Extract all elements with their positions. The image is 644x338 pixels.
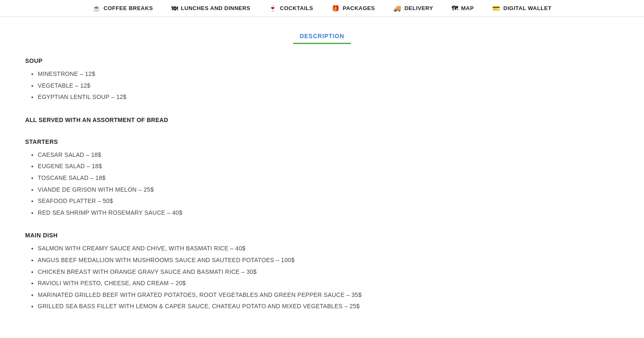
menu-item: MARINATED GRILLED BEEF WITH GRATED POTAT… (38, 291, 619, 299)
menu-item: RED SEA SHRIMP WITH ROSEMARY SAUCE – 40$ (38, 209, 619, 217)
lunches-dinners-icon: 🍽 (171, 5, 178, 12)
menu-item: SALMON WITH CREAMY SAUCE AND CHIVE, WITH… (38, 244, 619, 253)
section-title-soup: SOUP (25, 57, 619, 64)
menu-item: VEGETABLE – 12$ (38, 82, 619, 90)
tab-description[interactable]: DESCRIPTION (293, 29, 351, 44)
nav-item-delivery[interactable]: 🚚DELIVERY (384, 0, 442, 16)
map-label: MAP (461, 5, 474, 11)
section-soup: SOUPMINESTRONE – 12$VEGETABLE – 12$EGYPT… (25, 57, 619, 101)
section-title-starters: STARTERS (25, 138, 619, 145)
digital-wallet-label: DIGITAL WALLET (504, 5, 552, 11)
menu-item: TOSCANE SALAD – 18$ (38, 174, 619, 182)
menu-item: EGYPTIAN LENTIL SOUP – 12$ (38, 93, 619, 101)
menu-list-soup: MINESTRONE – 12$VEGETABLE – 12$EGYPTIAN … (25, 70, 619, 101)
cocktails-label: COCKTAILS (280, 5, 313, 11)
menu-item: CAESAR SALAD – 18$ (38, 151, 619, 159)
nav-item-lunches-dinners[interactable]: 🍽LUNCHES AND DINNERS (162, 0, 260, 16)
delivery-label: DELIVERY (405, 5, 434, 11)
delivery-icon: 🚚 (393, 5, 402, 12)
main-content: DESCRIPTION SOUPMINESTRONE – 12$VEGETABL… (0, 17, 644, 338)
nav-item-cocktails[interactable]: 🍷COCKTAILS (260, 0, 322, 16)
section-title-main-dish: MAIN DISH (25, 232, 619, 239)
lunches-dinners-label: LUNCHES AND DINNERS (181, 5, 250, 11)
bread-note: ALL SERVED WITH AN ASSORTMENT OF BREAD (25, 117, 619, 123)
section-main-dish: MAIN DISHSALMON WITH CREAMY SAUCE AND CH… (25, 232, 619, 311)
menu-item: ANGUS BEEF MEDALLION WITH MUSHROOMS SAUC… (38, 256, 619, 265)
nav-item-packages[interactable]: 🎁PACKAGES (322, 0, 384, 16)
packages-label: PACKAGES (343, 5, 375, 11)
digital-wallet-icon: 💳 (492, 5, 501, 12)
cocktails-icon: 🍷 (269, 5, 277, 12)
nav-item-map[interactable]: 🗺MAP (442, 0, 483, 16)
menu-item: MINESTRONE – 12$ (38, 70, 619, 78)
menu-container: SOUPMINESTRONE – 12$VEGETABLE – 12$EGYPT… (25, 57, 619, 311)
nav-item-digital-wallet[interactable]: 💳DIGITAL WALLET (483, 0, 561, 16)
tab-bar: DESCRIPTION (25, 29, 619, 44)
coffee-breaks-icon: ☕ (93, 5, 101, 12)
top-navigation: ☕COFFEE BREAKS🍽LUNCHES AND DINNERS🍷COCKT… (0, 0, 644, 17)
menu-item: CHICKEN BREAST WITH ORANGE GRAVY SAUCE A… (38, 268, 619, 276)
section-starters: STARTERSCAESAR SALAD – 18$EUGENE SALAD –… (25, 138, 619, 217)
menu-list-main-dish: SALMON WITH CREAMY SAUCE AND CHIVE, WITH… (25, 244, 619, 311)
nav-item-coffee-breaks[interactable]: ☕COFFEE BREAKS (83, 0, 162, 16)
menu-item: GRILLED SEA BASS FILLET WITH LEMON & CAP… (38, 302, 619, 311)
map-icon: 🗺 (452, 5, 458, 12)
coffee-breaks-label: COFFEE BREAKS (104, 5, 153, 11)
menu-item: SEAFOOD PLATTER – 50$ (38, 197, 619, 205)
menu-list-starters: CAESAR SALAD – 18$EUGENE SALAD – 18$TOSC… (25, 151, 619, 217)
menu-item: VIANDE DE GRISON WITH MELON – 25$ (38, 186, 619, 194)
menu-item: EUGENE SALAD – 18$ (38, 162, 619, 171)
menu-item: RAVIOLI WITH PESTO, CHEESE, AND CREAM – … (38, 279, 619, 288)
packages-icon: 🎁 (332, 5, 340, 12)
